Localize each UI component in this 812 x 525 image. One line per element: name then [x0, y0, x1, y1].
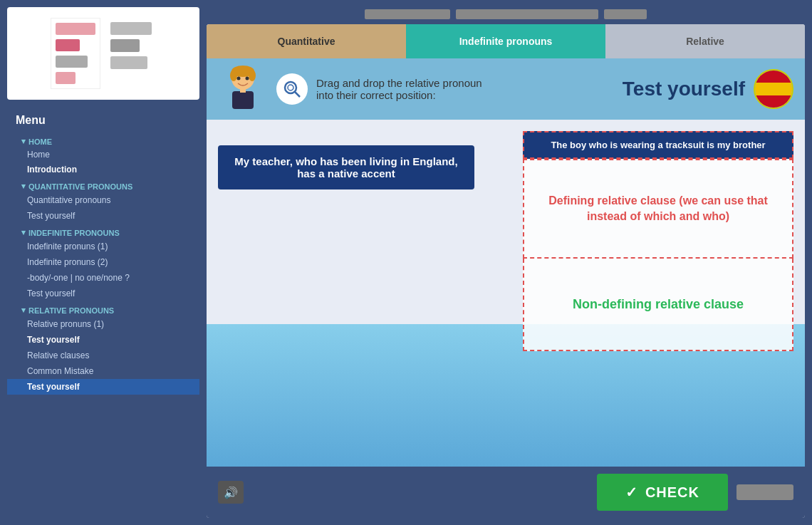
bottom-bar: 🔊 ✓ CHECK [207, 467, 805, 518]
logo-rect-pink-sm [56, 72, 76, 84]
arrow-icon-r: ▾ [21, 306, 26, 315]
sidebar: Menu ▾ HOME Home Introduction ▾ QUANTITA… [7, 7, 199, 518]
sidebar-menu: Menu ▾ HOME Home Introduction ▾ QUANTITA… [7, 105, 199, 518]
exercise-area: My teacher, who has been living in Engla… [207, 120, 805, 467]
menu-section-indefinite: ▾ INDEFINITE PRONOUNS Indefinite pronuns… [7, 224, 199, 301]
logo-rect-pink2 [56, 39, 80, 51]
instruction-text: Drag and drop the relative pronouninto t… [316, 77, 614, 101]
drop-zone-1[interactable]: Defining relative clause (we can use tha… [523, 159, 793, 259]
spain-flag [754, 69, 793, 109]
check-icon: ✓ [625, 484, 638, 501]
app-container: Menu ▾ HOME Home Introduction ▾ QUANTITA… [0, 0, 812, 525]
draggable-area: My teacher, who has been living in Engla… [218, 131, 511, 455]
character-illustration [218, 64, 268, 114]
search-icon-box [276, 73, 308, 105]
nav-block-3 [604, 9, 647, 19]
logo-rect-gray [56, 56, 88, 68]
svg-rect-7 [232, 91, 254, 109]
svg-point-5 [237, 77, 241, 80]
svg-point-6 [246, 77, 249, 80]
menu-title: Menu [7, 108, 199, 132]
sidebar-item-relative-clauses[interactable]: Relative clauses [7, 348, 199, 363]
svg-point-4 [249, 70, 256, 81]
tabs-bar: Quantitative Indefinite pronouns Relativ… [207, 24, 805, 58]
logo-rect2-gray2 [110, 39, 140, 52]
svg-point-9 [285, 82, 296, 93]
svg-point-3 [230, 70, 237, 81]
sidebar-section-home: ▾ HOME [7, 132, 199, 147]
nav-block-1 [365, 9, 450, 19]
drop-zone-2[interactable]: Non-defining relative clause [523, 259, 793, 351]
tab-quantitative[interactable]: Quantitative [207, 24, 406, 58]
check-button[interactable]: ✓ CHECK [597, 474, 728, 511]
svg-rect-8 [240, 88, 246, 93]
sidebar-item-relative-test2[interactable]: Test yourself [7, 379, 199, 395]
logo-rect2-gray1b [110, 56, 147, 69]
nav-block-2 [456, 9, 598, 19]
sidebar-item-relative-test1[interactable]: Test yourself [7, 332, 199, 348]
sidebar-section-quantitative: ▾ QUANTITATIVE PRONOUNS [7, 177, 199, 192]
arrow-icon-i: ▾ [21, 228, 26, 237]
sidebar-item-introduction[interactable]: Introduction [7, 162, 199, 177]
check-label: CHECK [645, 484, 699, 501]
menu-section-relative: ▾ RELATIVE PRONOUNS Relative pronuns (1)… [7, 301, 199, 395]
logo-rect-pink [56, 23, 95, 35]
svg-point-11 [288, 85, 293, 90]
header-banner: Drag and drop the relative pronouninto t… [207, 58, 805, 120]
top-nav-bar [207, 7, 805, 21]
sidebar-section-indefinite: ▾ INDEFINITE PRONOUNS [7, 224, 199, 239]
flag-middle [755, 83, 792, 95]
search-icon [282, 79, 302, 99]
sidebar-logo [7, 7, 199, 100]
menu-section-home: ▾ HOME Home Introduction [7, 132, 199, 177]
exercise-content: My teacher, who has been living in Engla… [207, 120, 805, 467]
progress-bar [736, 484, 793, 500]
flag-top [755, 71, 792, 83]
audio-button[interactable]: 🔊 [218, 481, 244, 504]
drop-zones: The boy who is wearing a tracksuit is my… [523, 131, 793, 455]
sidebar-item-quantitative-test[interactable]: Test yourself [7, 208, 199, 224]
tab-indefinite[interactable]: Indefinite pronouns [406, 24, 605, 58]
logo-rect2-gray1 [110, 22, 152, 35]
tab-relative[interactable]: Relative [605, 24, 805, 58]
sidebar-item-common-mistake[interactable]: Common Mistake [7, 363, 199, 379]
logo-block-2 [106, 18, 156, 89]
flag-bottom [755, 95, 792, 108]
sidebar-item-home[interactable]: Home [7, 147, 199, 162]
sidebar-item-body-one[interactable]: -body/-one | no one/none ? [7, 270, 199, 286]
main-content: Quantitative Indefinite pronouns Relativ… [207, 7, 805, 518]
defining-text: Defining relative clause (we can use tha… [533, 193, 784, 225]
sidebar-item-relative-1[interactable]: Relative pronuns (1) [7, 316, 199, 332]
sidebar-section-relative: ▾ RELATIVE PRONOUNS [7, 301, 199, 316]
drop-zone-1-header: The boy who is wearing a tracksuit is my… [523, 131, 793, 159]
sidebar-item-indefinite-test[interactable]: Test yourself [7, 286, 199, 301]
svg-line-10 [295, 92, 300, 97]
logo-block-1 [51, 18, 100, 89]
draggable-sentence[interactable]: My teacher, who has been living in Engla… [218, 145, 474, 189]
arrow-icon: ▾ [21, 137, 26, 146]
sidebar-item-quantitative-pronouns[interactable]: Quantitative pronouns [7, 192, 199, 208]
arrow-icon-q: ▾ [21, 182, 26, 191]
non-defining-text: Non-defining relative clause [573, 297, 744, 312]
sidebar-item-indefinite-1[interactable]: Indefinite pronuns (1) [7, 239, 199, 254]
test-yourself-text: Test yourself [623, 78, 745, 100]
content-frame: Quantitative Indefinite pronouns Relativ… [207, 24, 805, 518]
sidebar-item-indefinite-2[interactable]: Indefinite pronuns (2) [7, 254, 199, 270]
menu-section-quantitative: ▾ QUANTITATIVE PRONOUNS Quantitative pro… [7, 177, 199, 224]
